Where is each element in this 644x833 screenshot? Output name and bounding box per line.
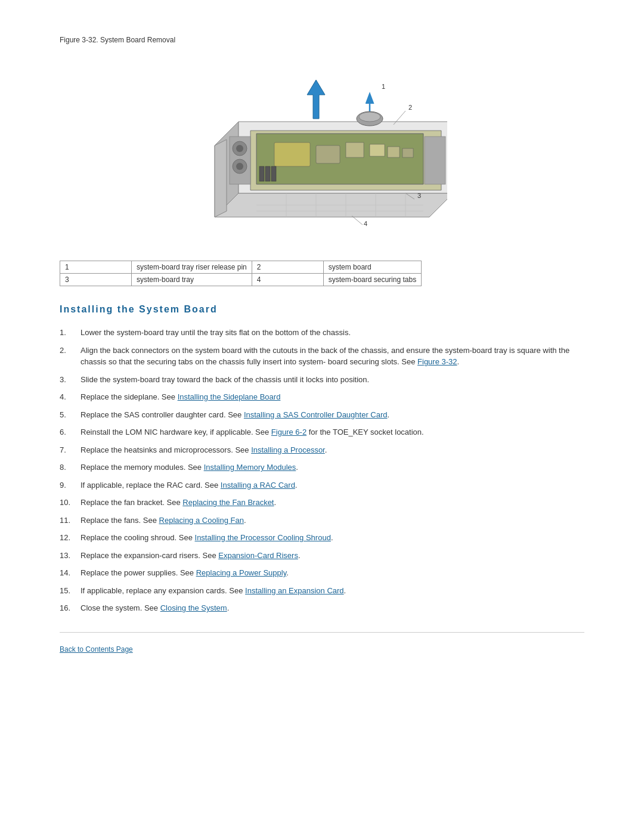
step-number: 2. <box>60 345 80 357</box>
svg-rect-12 <box>259 166 264 181</box>
step-text: Slide the system-board tray toward the b… <box>80 374 584 386</box>
list-item: 7. Replace the heatsinks and microproces… <box>60 444 584 456</box>
replacing-fan-bracket-link[interactable]: Replacing the Fan Bracket <box>182 498 274 507</box>
svg-marker-27 <box>307 80 325 119</box>
table-row: 1 system-board tray riser release pin 2 … <box>60 261 422 274</box>
list-item: 12. Replace the cooling shroud. See Inst… <box>60 532 584 544</box>
installing-memory-link[interactable]: Installing Memory Modules <box>204 463 296 472</box>
back-to-contents-link[interactable]: Back to Contents Page <box>60 645 133 654</box>
step-text: Replace the fan bracket. See Replacing t… <box>80 497 584 509</box>
svg-point-24 <box>359 112 380 122</box>
step-number: 11. <box>60 515 80 527</box>
list-item: 4. Replace the sideplane. See Installing… <box>60 391 584 403</box>
step-text: Replace the fans. See Replacing a Coolin… <box>80 515 584 527</box>
step-number: 8. <box>60 462 80 473</box>
part-num-4: 4 <box>252 274 323 286</box>
list-item: 10. Replace the fan bracket. See Replaci… <box>60 497 584 509</box>
step-number: 7. <box>60 444 80 456</box>
svg-point-19 <box>236 163 243 170</box>
step-number: 6. <box>60 426 80 438</box>
step-number: 16. <box>60 602 80 614</box>
step-number: 4. <box>60 391 80 403</box>
svg-rect-20 <box>425 137 445 184</box>
part-num-3: 3 <box>60 274 132 286</box>
svg-rect-14 <box>271 166 276 181</box>
svg-text:4: 4 <box>364 220 367 227</box>
step-number: 10. <box>60 497 80 509</box>
step-text: Replace the expansion-card risers. See E… <box>80 550 584 562</box>
part-label-2: system board <box>323 261 421 274</box>
list-item: 13. Replace the expansion-card risers. S… <box>60 550 584 562</box>
step-text: Replace the heatsinks and microprocessor… <box>80 444 584 456</box>
replacing-power-supply-link[interactable]: Replacing a Power Supply <box>196 568 287 577</box>
svg-rect-8 <box>346 143 364 157</box>
step-text: Reinstall the LOM NIC hardware key, if a… <box>80 426 584 438</box>
step-text: Lower the system-board tray until the tr… <box>80 327 584 339</box>
list-item: 16. Close the system. See Closing the Sy… <box>60 602 584 614</box>
page-container: Figure 3-32. System Board Removal <box>0 0 644 689</box>
step-number: 13. <box>60 550 80 562</box>
installing-processor-link[interactable]: Installing a Processor <box>251 445 325 454</box>
installing-cooling-shroud-link[interactable]: Installing the Processor Cooling Shroud <box>195 533 331 542</box>
table-row: 3 system-board tray 4 system-board secur… <box>60 274 422 286</box>
svg-text:2: 2 <box>408 104 412 111</box>
step-number: 3. <box>60 374 80 386</box>
step-text: Replace the memory modules. See Installi… <box>80 462 584 473</box>
installing-sas-link[interactable]: Installing a SAS Controller Daughter Car… <box>244 410 388 419</box>
figure-caption: Figure 3-32. System Board Removal <box>60 36 584 44</box>
list-item: 6. Reinstall the LOM NIC hardware key, i… <box>60 426 584 438</box>
list-item: 5. Replace the SAS controller daughter c… <box>60 409 584 421</box>
step-text: If applicable, replace the RAC card. See… <box>80 479 584 491</box>
expansion-card-risers-link[interactable]: Expansion-Card Risers <box>218 551 298 560</box>
svg-text:1: 1 <box>382 83 385 90</box>
parts-table: 1 system-board tray riser release pin 2 … <box>60 261 422 286</box>
svg-rect-7 <box>316 145 340 163</box>
steps-list: 1. Lower the system-board tray until the… <box>60 327 584 614</box>
step-number: 5. <box>60 409 80 421</box>
step-text: Replace the power supplies. See Replacin… <box>80 567 584 579</box>
installing-sideplane-link[interactable]: Installing the Sideplane Board <box>178 392 281 401</box>
list-item: 8. Replace the memory modules. See Insta… <box>60 462 584 473</box>
svg-rect-10 <box>388 147 400 157</box>
part-num-2: 2 <box>252 261 323 274</box>
list-item: 1. Lower the system-board tray until the… <box>60 327 584 339</box>
part-label-4: system-board securing tabs <box>323 274 421 286</box>
closing-system-link[interactable]: Closing the System <box>160 603 227 612</box>
step-number: 1. <box>60 327 80 339</box>
replacing-cooling-fan-link[interactable]: Replacing a Cooling Fan <box>159 516 244 525</box>
back-to-contents: Back to Contents Page <box>60 645 584 654</box>
installing-expansion-card-link[interactable]: Installing an Expansion Card <box>245 586 344 595</box>
svg-rect-6 <box>274 143 310 166</box>
list-item: 3. Slide the system-board tray toward th… <box>60 374 584 386</box>
step-number: 14. <box>60 567 80 579</box>
figure-container: 1 2 3 4 <box>60 50 584 249</box>
part-num-1: 1 <box>60 261 132 274</box>
svg-rect-11 <box>402 148 413 157</box>
step-text: Align the back connectors on the system … <box>80 345 584 368</box>
system-board-diagram: 1 2 3 4 <box>197 50 447 247</box>
list-item: 11. Replace the fans. See Replacing a Co… <box>60 515 584 527</box>
part-label-3: system-board tray <box>132 274 252 286</box>
figure-3-32-link[interactable]: Figure 3-32 <box>417 357 457 366</box>
part-label-1: system-board tray riser release pin <box>132 261 252 274</box>
list-item: 2. Align the back connectors on the syst… <box>60 345 584 368</box>
svg-point-17 <box>236 145 243 152</box>
section-title: Installing the System Board <box>60 304 584 315</box>
step-text: Replace the sideplane. See Installing th… <box>80 391 584 403</box>
step-text: Replace the cooling shroud. See Installi… <box>80 532 584 544</box>
step-number: 15. <box>60 585 80 597</box>
list-item: 15. If applicable, replace any expansion… <box>60 585 584 597</box>
list-item: 9. If applicable, replace the RAC card. … <box>60 479 584 491</box>
figure-6-2-link[interactable]: Figure 6-2 <box>271 428 306 436</box>
svg-text:3: 3 <box>417 192 421 199</box>
installing-rac-link[interactable]: Installing a RAC Card <box>221 481 295 490</box>
svg-marker-3 <box>215 140 227 217</box>
step-text: Close the system. See Closing the System… <box>80 602 584 614</box>
svg-rect-9 <box>370 144 385 156</box>
step-number: 9. <box>60 479 80 491</box>
list-item: 14. Replace the power supplies. See Repl… <box>60 567 584 579</box>
step-text: Replace the SAS controller daughter card… <box>80 409 584 421</box>
step-text: If applicable, replace any expansion car… <box>80 585 584 597</box>
step-number: 12. <box>60 532 80 544</box>
svg-rect-13 <box>265 166 270 181</box>
